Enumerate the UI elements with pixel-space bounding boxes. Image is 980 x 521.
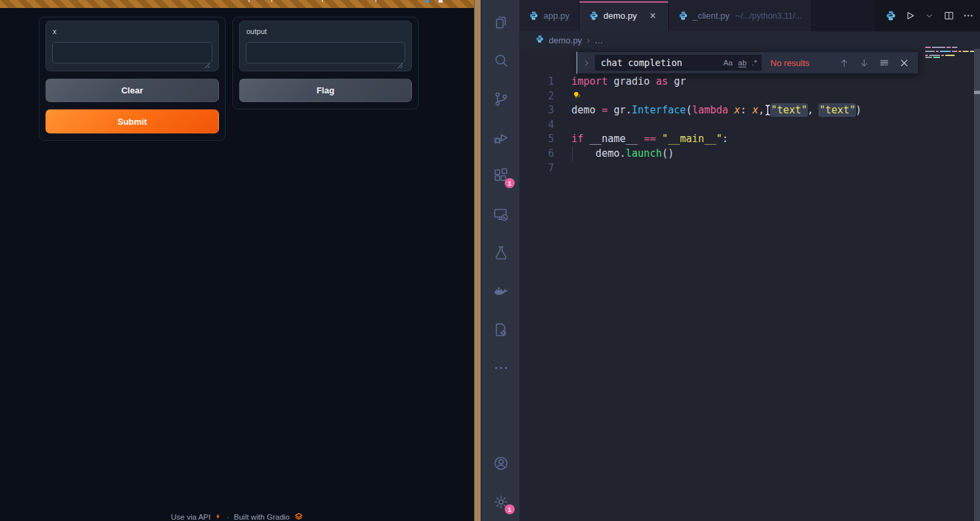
breadcrumb-chevron-icon: › <box>587 35 590 45</box>
screen: x Clear Submit output Flag Use via API <box>0 0 980 521</box>
textbox-x-label: x <box>53 27 57 35</box>
find-in-selection-button[interactable] <box>879 57 890 69</box>
activity-item-more-views[interactable] <box>482 354 519 381</box>
whole-word-toggle[interactable]: ab <box>738 59 747 67</box>
api-zap-icon <box>215 512 222 521</box>
activity-item-source-control[interactable] <box>482 85 519 112</box>
code-editor[interactable]: 1import gradio as gr23demo = gr.Interfac… <box>519 75 964 175</box>
breadcrumb-file[interactable]: demo.py <box>549 35 582 45</box>
editor-toolbar <box>884 0 975 31</box>
use-via-api-link[interactable]: Use via API <box>171 512 210 521</box>
minimap-line <box>925 51 975 52</box>
gradio-logo-icon <box>294 512 303 521</box>
browser-chrome-fragment <box>439 0 443 3</box>
textbox-x-panel: x <box>45 21 219 71</box>
textbox-output-label: output <box>246 27 267 35</box>
find-results-status: No results <box>770 58 810 68</box>
lightbulb-icon[interactable] <box>571 90 582 101</box>
breadcrumb-symbol[interactable]: … <box>595 35 603 45</box>
code-line: 5if __name__ == "__main__": <box>519 132 964 147</box>
line-number: 5 <box>519 132 571 147</box>
activity-item-run-debug[interactable] <box>482 124 519 151</box>
textbox-output-input[interactable] <box>246 42 405 63</box>
vscode-window: 11 app.pydemo.py×_client.py~/.../python3… <box>482 0 980 521</box>
activity-item-accounts[interactable] <box>482 450 519 476</box>
next-match-button[interactable] <box>859 57 870 69</box>
line-number: 1 <box>519 75 571 89</box>
code-line: 7 <box>519 161 964 176</box>
tab-label: demo.py <box>603 11 637 21</box>
resize-handle-icon[interactable] <box>204 59 210 65</box>
activity-item-testing[interactable] <box>482 239 519 266</box>
gradio-footer: Use via API · Built with Gradio <box>0 512 474 521</box>
minimap-line <box>925 57 940 58</box>
line-number: 6 <box>519 147 571 161</box>
line-number: 4 <box>519 118 571 133</box>
mouse-ibeam-cursor <box>764 104 771 116</box>
python-file-icon <box>529 11 539 21</box>
built-with-gradio-link[interactable]: Built with Gradio <box>234 512 290 521</box>
tab-close-icon[interactable]: × <box>647 10 659 22</box>
gradio-app-pane: x Clear Submit output Flag Use via API <box>0 0 474 521</box>
tab-label: app.py <box>543 11 569 21</box>
activity-item-search[interactable] <box>482 47 519 73</box>
python-file-icon <box>678 11 688 21</box>
indent-guide <box>572 147 573 161</box>
run-dropdown-chevron-icon[interactable] <box>923 9 936 23</box>
line-number: 7 <box>519 161 571 176</box>
badge: 1 <box>505 504 515 514</box>
editor-group: app.pydemo.py×_client.py~/.../python3.11… <box>519 0 980 521</box>
toggle-replace-chevron-icon[interactable] <box>577 59 595 67</box>
regex-toggle[interactable]: .* <box>752 59 757 67</box>
textbox-output-panel: output <box>239 21 412 71</box>
minimap[interactable] <box>925 47 969 63</box>
tab-bar: app.pydemo.py×_client.py~/.../python3.11… <box>519 0 980 31</box>
find-input[interactable] <box>599 57 718 69</box>
tab-label: _client.py <box>693 11 730 21</box>
minimap-line <box>925 55 955 56</box>
more-actions-button[interactable] <box>961 9 975 23</box>
output-column: output Flag <box>232 17 419 109</box>
textbox-x-input[interactable] <box>52 42 212 63</box>
activity-item-extensions[interactable]: 1 <box>482 162 519 189</box>
badge: 1 <box>505 178 515 188</box>
tab-file-path: ~/.../python3.11/... <box>736 11 802 21</box>
split-editor-button[interactable] <box>942 9 955 23</box>
line-number: 3 <box>519 103 571 118</box>
resize-handle-icon[interactable] <box>397 59 403 65</box>
submit-button[interactable]: Submit <box>45 109 219 133</box>
code-line: 3demo = gr.Interface(lambda x: x,"text",… <box>519 103 964 118</box>
python-file-icon <box>535 35 544 45</box>
match-case-toggle[interactable]: Aa <box>723 59 732 67</box>
loading-progress-bar <box>0 0 474 8</box>
python-file-icon <box>589 11 599 21</box>
flag-button[interactable]: Flag <box>239 79 412 102</box>
close-find-button[interactable] <box>899 57 910 69</box>
tab-_client.py[interactable]: _client.py~/.../python3.11/... <box>669 0 812 31</box>
code-line: 6 demo.launch() <box>519 147 964 161</box>
activity-item-settings[interactable]: 1 <box>482 488 519 515</box>
activity-item-cmake-tools[interactable] <box>482 316 519 343</box>
activity-item-explorer[interactable] <box>482 9 519 35</box>
scrollbar-strip[interactable] <box>974 49 980 521</box>
input-column: x Clear Submit <box>39 17 226 141</box>
run-python-file-button[interactable] <box>903 9 917 23</box>
minimap-line <box>925 47 957 48</box>
code-line: 1import gradio as gr <box>519 75 964 89</box>
clear-button[interactable]: Clear <box>45 79 219 102</box>
python-env-icon <box>884 9 897 23</box>
code-line: 4 <box>519 118 964 133</box>
find-input-box: Aa ab .* <box>595 55 762 71</box>
window-divider[interactable] <box>474 0 482 521</box>
tab-app.py[interactable]: app.py <box>519 0 579 31</box>
activity-item-docker[interactable] <box>482 278 519 305</box>
code-line: 2 <box>519 89 964 104</box>
tab-demo.py[interactable]: demo.py× <box>579 0 669 31</box>
scrollbar-mark <box>974 91 980 94</box>
find-widget: Aa ab .* No results <box>576 51 919 74</box>
previous-match-button[interactable] <box>838 57 850 69</box>
activity-bar: 11 <box>482 0 519 521</box>
tabs: app.pydemo.py×_client.py~/.../python3.11… <box>519 0 812 31</box>
activity-item-remote-explorer[interactable] <box>482 201 519 227</box>
breadcrumb[interactable]: demo.py › … <box>519 31 980 49</box>
